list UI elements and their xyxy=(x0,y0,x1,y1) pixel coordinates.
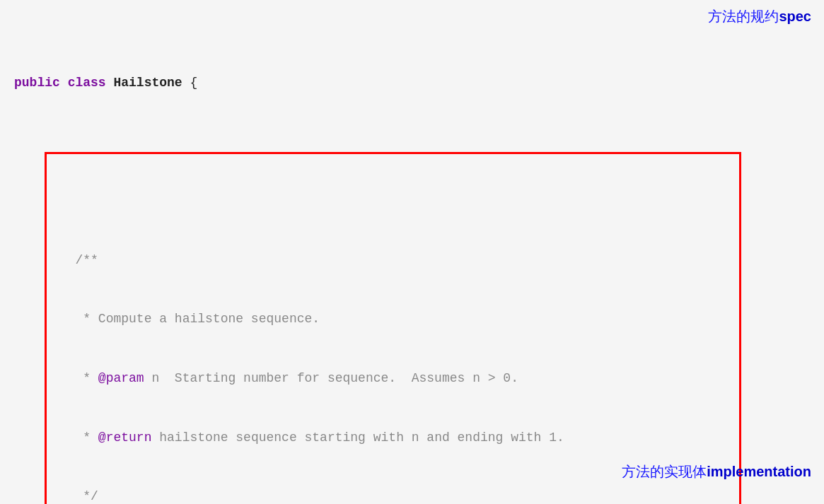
spec-label-english: spec xyxy=(779,8,811,24)
javadoc-open: /** xyxy=(45,251,824,271)
spec-label-chinese: 方法的规约 xyxy=(708,8,779,24)
line-class: public class Hailstone { xyxy=(14,74,810,93)
javadoc-param: * @param n Starting number for sequence.… xyxy=(45,369,824,389)
spec-label: 方法的规约spec xyxy=(708,7,811,26)
impl-label-english: implementation xyxy=(707,464,811,479)
spec-region: /** * Compute a hailstone sequence. * @p… xyxy=(45,152,824,504)
code-block: public class Hailstone { /** * Compute a… xyxy=(14,14,810,504)
javadoc-desc: * Compute a hailstone sequence. xyxy=(45,310,824,329)
javadoc-close: */ xyxy=(45,487,824,504)
code-container: 方法的规约spec 方法的实现体implementation public cl… xyxy=(0,0,824,504)
impl-label-chinese: 方法的实现体 xyxy=(622,464,707,479)
impl-label: 方法的实现体implementation xyxy=(622,462,811,481)
javadoc-return: * @return hailstone sequence starting wi… xyxy=(45,428,824,448)
